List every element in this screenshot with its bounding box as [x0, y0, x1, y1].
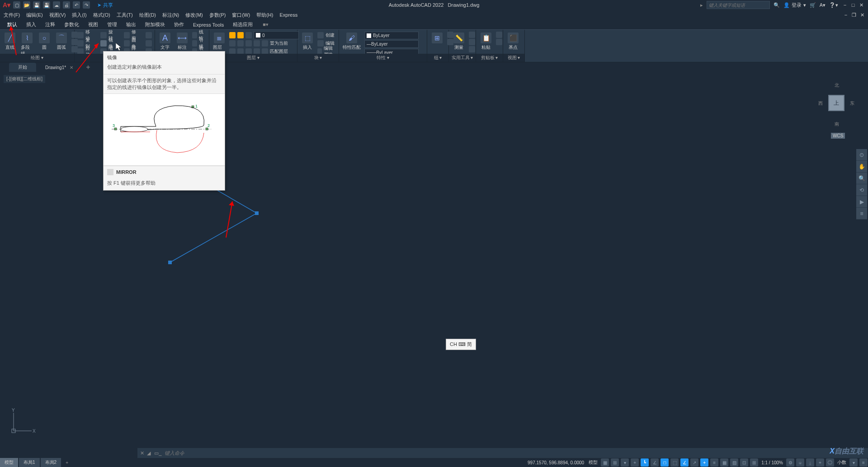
- wcs-label[interactable]: WCS: [831, 133, 845, 139]
- dim-button[interactable]: ⟷标注: [175, 32, 189, 51]
- edit-block-icon[interactable]: [317, 40, 324, 47]
- group-button[interactable]: ⊞: [430, 32, 444, 44]
- search-input[interactable]: [707, 1, 770, 9]
- calc-icon[interactable]: [469, 32, 475, 38]
- layout1-tab[interactable]: 布局1: [19, 458, 40, 467]
- signin-button[interactable]: 👤 登录 ▾: [783, 2, 806, 9]
- panel-base-label[interactable]: 视图: [503, 54, 524, 62]
- status-model[interactable]: 模型: [587, 458, 599, 467]
- create-block-icon[interactable]: [317, 32, 324, 38]
- tab-express[interactable]: Express Tools: [191, 21, 226, 28]
- menu-edit[interactable]: 编辑(E): [26, 12, 43, 19]
- ribbon-expand-icon[interactable]: ■▾: [263, 22, 269, 28]
- maximize-icon[interactable]: □: [850, 2, 856, 8]
- layout2-tab[interactable]: 布局2: [41, 458, 61, 467]
- lwt-toggle[interactable]: ≡: [710, 458, 718, 467]
- lineweight-dropdown[interactable]: — ByLayer: [364, 40, 419, 48]
- trim-icon[interactable]: [124, 32, 130, 38]
- leader-icon[interactable]: [192, 40, 197, 47]
- customize-icon[interactable]: ≡: [859, 458, 868, 467]
- doc-restore-icon[interactable]: ❐: [851, 12, 857, 18]
- infer-toggle[interactable]: ▾: [621, 458, 629, 467]
- osnap-toggle[interactable]: □: [660, 458, 669, 467]
- matchprop-button[interactable]: 🖌特性匹配: [342, 32, 362, 51]
- tab-manage[interactable]: 管理: [105, 20, 119, 29]
- zoom-icon[interactable]: 🔍: [856, 173, 867, 184]
- tab-featured[interactable]: 精选应用: [231, 20, 255, 29]
- menu-file[interactable]: 文件(F): [4, 12, 20, 19]
- circle-button[interactable]: ○圆: [37, 32, 52, 51]
- menu-tools[interactable]: 工具(T): [117, 12, 133, 19]
- qat-saveas-icon[interactable]: 💾: [43, 1, 50, 9]
- qat-redo-icon[interactable]: ↷: [83, 1, 90, 9]
- menu-draw[interactable]: 绘图(D): [139, 12, 156, 19]
- qat-undo-icon[interactable]: ↶: [73, 1, 80, 9]
- panel-block-label[interactable]: 块: [297, 54, 339, 62]
- close-icon[interactable]: ✕: [858, 2, 864, 8]
- menu-format[interactable]: 格式(O): [93, 12, 110, 19]
- linear-icon[interactable]: [192, 32, 197, 38]
- help-icon[interactable]: ❔▾: [829, 2, 838, 8]
- panel-util-label[interactable]: 实用工具: [449, 54, 476, 62]
- menu-window[interactable]: 窗口(W): [232, 12, 250, 19]
- ducs-toggle[interactable]: ↗: [690, 458, 698, 467]
- panel-group-label[interactable]: 组: [427, 54, 448, 62]
- tab-start[interactable]: 开始: [9, 63, 36, 72]
- viewport-label[interactable]: [-][俯视][二维线框]: [4, 75, 45, 83]
- layer-dropdown[interactable]: 0: [254, 31, 299, 39]
- tab-collab[interactable]: 协作: [172, 20, 186, 29]
- grid-toggle[interactable]: ▦: [601, 458, 609, 467]
- layout-add-icon[interactable]: +: [62, 460, 72, 465]
- color-dropdown[interactable]: ByLayer: [364, 32, 419, 39]
- selection-toggle[interactable]: ▨: [730, 458, 738, 467]
- viewcube-top[interactable]: 上: [828, 95, 844, 111]
- move-icon[interactable]: [77, 32, 84, 38]
- share-button[interactable]: ➤ 共享: [97, 2, 113, 9]
- lock-icon[interactable]: [245, 32, 252, 38]
- doc-minimize-icon[interactable]: −: [843, 12, 849, 18]
- nav-more-icon[interactable]: ≡: [856, 208, 867, 219]
- menu-insert[interactable]: 插入(I): [72, 12, 86, 19]
- text-button[interactable]: A文字: [158, 32, 172, 51]
- copy2-icon[interactable]: [496, 39, 502, 45]
- polar-toggle[interactable]: ∠: [651, 458, 659, 467]
- doc-close-icon[interactable]: ✕: [859, 12, 865, 18]
- tab-annotate[interactable]: 注释: [43, 20, 57, 29]
- app-menu-icon[interactable]: A▾: [820, 2, 826, 8]
- annoall-icon[interactable]: ⍊: [806, 458, 814, 467]
- 3dosnap-toggle[interactable]: ⬚: [670, 458, 679, 467]
- menu-modify[interactable]: 修改(M): [185, 12, 203, 19]
- panel-props-label[interactable]: 特性: [339, 54, 427, 62]
- menu-param[interactable]: 参数(P): [209, 12, 226, 19]
- ws-icon[interactable]: +: [816, 458, 824, 467]
- monitor-icon[interactable]: 🖵: [826, 458, 834, 467]
- tab-view[interactable]: 视图: [86, 20, 100, 29]
- qat-web-icon[interactable]: ☁: [53, 1, 60, 9]
- model-tab[interactable]: 模型: [0, 458, 18, 467]
- panel-clip-label[interactable]: 剪贴板: [476, 54, 503, 62]
- insert-block-button[interactable]: ⬚插入: [300, 32, 315, 51]
- search-icon[interactable]: 🔍: [774, 2, 780, 8]
- cut-icon[interactable]: [496, 32, 502, 38]
- showmotion-icon[interactable]: ▶: [856, 196, 867, 208]
- status-more-icon[interactable]: ▾: [849, 458, 858, 467]
- layer-item-icon[interactable]: [229, 40, 236, 47]
- snap-toggle[interactable]: ⊞: [611, 458, 619, 467]
- transparency-toggle[interactable]: ▦: [720, 458, 728, 467]
- menu-help[interactable]: 帮助(H): [256, 12, 273, 19]
- gear-icon[interactable]: ⚙: [786, 458, 794, 467]
- cmd-recent-icon[interactable]: ◢: [147, 450, 151, 456]
- qp-toggle[interactable]: ⊡: [740, 458, 748, 467]
- cart-icon[interactable]: 🛒: [810, 2, 816, 8]
- dyninput-toggle[interactable]: +: [700, 458, 708, 467]
- status-scale[interactable]: 1:1 / 100%: [760, 459, 785, 466]
- bulb-icon[interactable]: [229, 32, 236, 38]
- ortho-toggle[interactable]: ┗: [641, 458, 649, 467]
- qat-open-icon[interactable]: 📂: [23, 1, 30, 9]
- tab-addins[interactable]: 附加模块: [143, 20, 167, 29]
- sun-icon[interactable]: [237, 32, 244, 38]
- menu-dim[interactable]: 标注(N): [162, 12, 179, 19]
- viewcube[interactable]: 北 南 西 东 上 WCS: [818, 77, 854, 135]
- otrack-toggle[interactable]: ∠: [680, 458, 689, 467]
- fillet-icon[interactable]: [124, 40, 130, 47]
